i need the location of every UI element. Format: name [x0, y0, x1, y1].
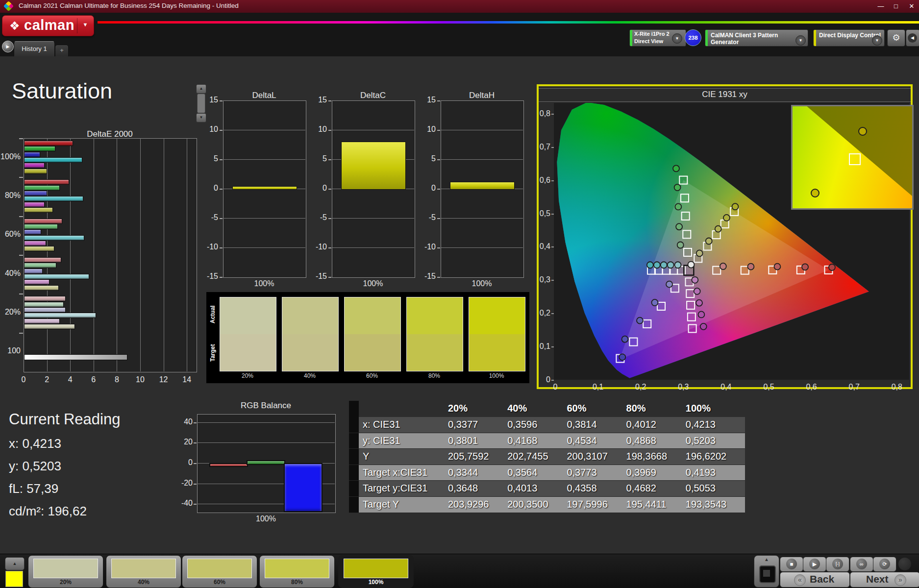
gridline [187, 138, 187, 371]
axis-tick [220, 277, 223, 278]
minimize-button[interactable]: — [873, 0, 888, 13]
chevron-down-icon[interactable]: ▼ [872, 35, 882, 46]
cie-y-tick-label: 0,6 [532, 176, 550, 185]
rgb-bar-blue [284, 463, 323, 512]
cie-y-tick-label: 0,3 [532, 275, 550, 284]
table-header-cell: 100% [686, 403, 745, 414]
meter-dropdown[interactable]: X-Rite i1Pro 2 Direct View ▼ [629, 29, 686, 47]
pattern-list-up-button[interactable]: ▲ [5, 557, 25, 570]
deltae-group-label: 80% [0, 191, 21, 200]
next-button[interactable]: Next » [850, 572, 919, 588]
swatch-column-80% [406, 297, 463, 371]
current-reading-cdm2: cd/m²: 196,62 [9, 504, 87, 519]
pattern-window-control[interactable]: ▲ [754, 555, 779, 588]
table-cell: 0,3564 [507, 467, 567, 478]
gridline [223, 130, 305, 130]
gridline [332, 130, 414, 130]
gridline [441, 130, 523, 130]
collapse-panel-button[interactable]: ◀ [906, 29, 919, 47]
scroll-down-icon[interactable]: ▼ [196, 113, 206, 122]
cie-x-tick-label: 0 [546, 383, 565, 392]
close-button[interactable]: ✕ [904, 0, 919, 13]
delta_c-y-tick-label: 15 [311, 96, 327, 104]
deltae-x-tick-label: 12 [156, 375, 171, 384]
add-tab-button[interactable]: + [55, 45, 69, 57]
axis-tick [437, 100, 440, 101]
gridline [197, 422, 335, 423]
axis-tick [437, 159, 440, 160]
chevron-down-icon[interactable]: ▼ [80, 22, 91, 29]
tab-history-1[interactable]: History 1 [14, 41, 55, 57]
deltae-x-tick-label: 4 [63, 375, 77, 384]
chevron-up-icon[interactable]: ▲ [754, 557, 779, 562]
continuous-measure-button[interactable]: ∞ [850, 557, 873, 572]
swatch-column-label: 100% [469, 372, 524, 379]
pattern-thumbnail-60%[interactable]: 60% [182, 555, 257, 588]
deltae-bar-magenta [24, 279, 50, 285]
cie-measured-point [723, 215, 730, 221]
axis-tick [437, 130, 440, 131]
axis-tick [220, 218, 223, 219]
delta_h-y-tick-label: 15 [420, 96, 436, 104]
delta_l-y-tick-label: 0 [202, 184, 218, 193]
chevron-down-icon[interactable]: ▼ [795, 35, 806, 46]
single-measure-button[interactable]: [-] [826, 557, 849, 572]
gridline [140, 138, 141, 371]
deltae-x-tick-label: 0 [16, 375, 31, 384]
single-icon: [-] [832, 559, 843, 569]
cie-measured-point [747, 264, 754, 270]
deltae-group-label: 40% [0, 269, 21, 278]
source-dropdown[interactable]: CalMAN Client 3 Pattern Generator ▼ [705, 29, 808, 47]
maximize-button[interactable]: □ [889, 0, 903, 13]
target-swatch [282, 334, 338, 371]
pattern-thumbnail-swatch [111, 559, 176, 578]
meter-count-badge[interactable]: 238 [685, 29, 701, 46]
cie-measured-point [674, 262, 681, 268]
chevron-down-icon[interactable]: ▼ [672, 33, 682, 44]
swatch-column-label: 20% [220, 372, 275, 379]
rgb-y-tick-label: -40 [177, 499, 193, 508]
actual-row-label: Actual [209, 296, 216, 333]
meter-name: X-Rite i1Pro 2 [634, 31, 670, 37]
cie-measured-point [732, 203, 738, 210]
axis-tick [19, 294, 23, 294]
table-cell: 0,3814 [567, 419, 626, 430]
pattern-thumbnail-80%[interactable]: 80% [259, 555, 335, 588]
settings-button[interactable]: ⚙ [887, 29, 905, 47]
pattern-thumbnail-label: 100% [339, 579, 413, 586]
deltae-bar-red [24, 257, 61, 263]
cie-measured-point [700, 323, 707, 330]
deltae-x-tick-label: 6 [86, 375, 101, 384]
table-cell: 197,5996 [567, 499, 626, 510]
cie-x-tick-label: 0,1 [588, 383, 608, 392]
pattern-window-icon [759, 565, 776, 583]
pattern-thumbnail-20%[interactable]: 20% [28, 555, 103, 588]
pattern-thumbnail-100%[interactable]: 100% [338, 555, 414, 588]
play-button[interactable]: ▶ [803, 557, 826, 572]
delta_h-bar [450, 182, 515, 190]
cie-measured-point [673, 165, 679, 172]
chevron-left-icon: ◀ [908, 33, 917, 43]
delta_c-y-tick-label: 5 [311, 154, 327, 163]
gridline [441, 218, 523, 219]
tab-scroll-button[interactable]: ▶ [2, 41, 14, 52]
display-control-dropdown[interactable]: Direct Display Control ▼ [813, 29, 885, 47]
calman-logo-text: calman [24, 17, 75, 33]
display-status-bar [814, 30, 816, 46]
pattern-thumbnail-40%[interactable]: 40% [106, 555, 181, 588]
table-cell: 0,5203 [686, 435, 745, 446]
deltae-x-tick-label: 2 [40, 375, 54, 384]
stop-button[interactable]: ■ [780, 557, 803, 572]
table-cell: 0,3344 [448, 467, 507, 478]
refresh-button[interactable]: ⟳ [873, 557, 896, 572]
back-button[interactable]: « Back [780, 572, 850, 588]
scroll-up-icon[interactable]: ▲ [196, 84, 206, 94]
table-row-label: x: CIE31 [363, 419, 448, 430]
calman-menu-button[interactable]: ❖ calman ▼ [2, 15, 94, 36]
table-row-label: Target Y [363, 499, 448, 510]
table-row-strip [349, 449, 359, 465]
table-cell: 0,4012 [626, 419, 686, 430]
deltae-x-tick-label: 10 [133, 375, 148, 384]
table-cell: 0,4168 [507, 435, 567, 446]
actual-swatch [407, 297, 463, 334]
